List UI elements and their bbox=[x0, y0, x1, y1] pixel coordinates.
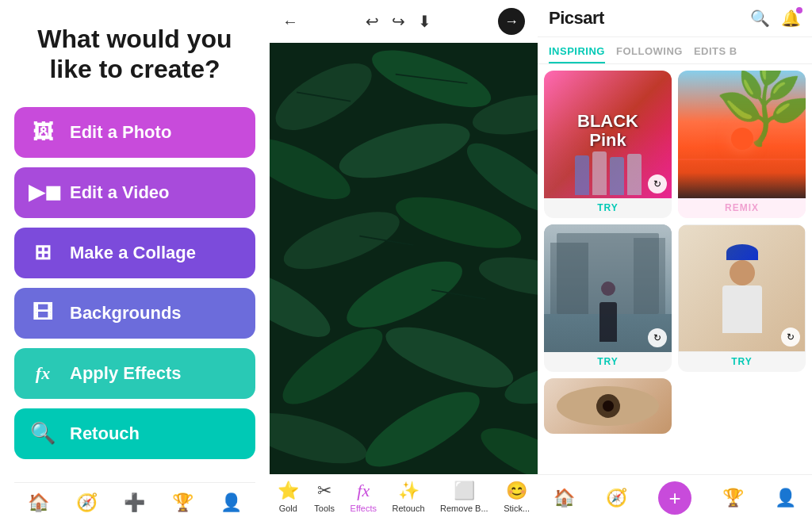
sunset-action[interactable]: REMIX bbox=[678, 198, 806, 218]
right-content: BLACK Pink ↻ TRY bbox=[538, 64, 812, 474]
card-blackpink[interactable]: BLACK Pink ↻ TRY bbox=[544, 71, 672, 218]
card-sunset-image: 🌿 bbox=[678, 71, 806, 198]
effects-icon: fx bbox=[29, 363, 57, 384]
backgrounds-button[interactable]: 🎞 Backgrounds bbox=[14, 288, 255, 339]
right-topbar: Picsart 🔍 🔔 bbox=[538, 0, 812, 37]
edit-photo-icon: 🖼 bbox=[29, 120, 57, 144]
edit-video-label: Edit a Video bbox=[70, 182, 170, 203]
card-eye[interactable] bbox=[544, 378, 672, 434]
tab-following[interactable]: FOLLOWING bbox=[616, 37, 694, 63]
remove-bg-icon: ⬜ bbox=[454, 481, 475, 501]
retouch-tool-label: Retouch bbox=[393, 504, 425, 513]
tab-inspiring[interactable]: INSPIRING bbox=[549, 37, 616, 63]
tools-icon: ✂ bbox=[317, 481, 331, 501]
right-add-button[interactable]: + bbox=[658, 481, 691, 515]
card-singer-image: ↻ bbox=[678, 224, 806, 352]
stickers-tool[interactable]: 😊 Stick... bbox=[504, 481, 530, 513]
make-collage-button[interactable]: ⊞ Make a Collage bbox=[14, 228, 255, 278]
edit-photo-label: Edit a Photo bbox=[70, 122, 171, 143]
editor-actions: ↩ ↪ ⬇ bbox=[366, 12, 431, 31]
tools-tool[interactable]: ✂ Tools bbox=[314, 481, 335, 513]
effects-tool-label: Effects bbox=[350, 504, 377, 513]
add-icon[interactable]: ➕ bbox=[124, 492, 145, 513]
tools-label: Tools bbox=[314, 504, 335, 513]
home-icon[interactable]: 🏠 bbox=[28, 492, 49, 513]
card-street[interactable]: ↻ TRY bbox=[544, 224, 672, 372]
retouch-button[interactable]: 🔍 Retouch bbox=[14, 408, 255, 459]
page-heading: What would you like to create? bbox=[14, 24, 255, 85]
card-street-image: ↻ bbox=[544, 224, 672, 352]
notification-dot bbox=[796, 7, 802, 13]
singer-remix-badge: ↻ bbox=[781, 328, 800, 347]
done-button[interactable]: → bbox=[498, 8, 525, 35]
apply-effects-button[interactable]: fx Apply Effects bbox=[14, 348, 255, 399]
stickers-label: Stick... bbox=[504, 504, 530, 513]
blackpink-remix-badge: ↻ bbox=[648, 174, 667, 193]
card-sunset[interactable]: 🌿 REMIX bbox=[678, 71, 806, 218]
effects-tool-icon: fx bbox=[357, 481, 370, 501]
effects-tool[interactable]: fx Effects bbox=[350, 481, 377, 513]
right-home-icon[interactable]: 🏠 bbox=[553, 488, 575, 508]
content-grid: BLACK Pink ↻ TRY bbox=[544, 71, 806, 434]
backgrounds-icon: 🎞 bbox=[29, 301, 57, 325]
remove-bg-label: Remove B... bbox=[440, 504, 488, 513]
edit-photo-button[interactable]: 🖼 Edit a Photo bbox=[14, 107, 255, 158]
picsart-logo: Picsart bbox=[549, 8, 604, 29]
back-icon[interactable]: ← bbox=[282, 13, 298, 31]
left-panel: What would you like to create? 🖼 Edit a … bbox=[0, 0, 270, 521]
redo-icon[interactable]: ↪ bbox=[392, 12, 405, 31]
right-trophy-icon[interactable]: 🏆 bbox=[722, 488, 744, 508]
undo-icon[interactable]: ↩ bbox=[366, 12, 379, 31]
collage-label: Make a Collage bbox=[70, 243, 196, 263]
tab-edits-b[interactable]: EDITS B bbox=[694, 37, 749, 63]
right-profile-icon[interactable]: 👤 bbox=[775, 488, 796, 508]
editor-canvas bbox=[270, 43, 538, 474]
notifications-icon[interactable]: 🔔 bbox=[781, 9, 801, 28]
right-bottom-nav: 🏠 🧭 + 🏆 👤 bbox=[538, 474, 812, 521]
svg-rect-22 bbox=[270, 43, 538, 474]
editor-topbar: ← ↩ ↪ ⬇ → bbox=[270, 0, 538, 43]
retouch-icon: 🔍 bbox=[29, 421, 57, 446]
right-topbar-actions: 🔍 🔔 bbox=[750, 9, 801, 28]
retouch-label: Retouch bbox=[70, 423, 140, 444]
blackpink-action[interactable]: TRY bbox=[544, 198, 672, 218]
gold-tool[interactable]: ⭐ Gold bbox=[278, 481, 299, 513]
trophy-icon[interactable]: 🏆 bbox=[172, 492, 193, 513]
gold-label: Gold bbox=[279, 504, 297, 513]
remove-bg-tool[interactable]: ⬜ Remove B... bbox=[440, 481, 488, 513]
card-blackpink-image: BLACK Pink ↻ bbox=[544, 71, 672, 198]
retouch-tool[interactable]: ✨ Retouch bbox=[393, 481, 425, 513]
download-icon[interactable]: ⬇ bbox=[418, 12, 431, 31]
retouch-tool-icon: ✨ bbox=[398, 481, 419, 501]
card-singer[interactable]: ↻ TRY bbox=[678, 224, 806, 372]
left-bottom-nav: 🏠 🧭 ➕ 🏆 👤 bbox=[14, 482, 255, 521]
collage-icon: ⊞ bbox=[29, 240, 57, 265]
card-eye-image bbox=[544, 378, 672, 434]
backgrounds-label: Backgrounds bbox=[70, 303, 182, 324]
singer-action[interactable]: TRY bbox=[678, 352, 806, 372]
explore-icon[interactable]: 🧭 bbox=[76, 492, 98, 513]
street-action[interactable]: TRY bbox=[544, 352, 672, 372]
edit-video-button[interactable]: ▶◼ Edit a Video bbox=[14, 167, 255, 218]
editor-toolbar: ⭐ Gold ✂ Tools fx Effects ✨ Retouch ⬜ Re… bbox=[270, 474, 538, 521]
stickers-icon: 😊 bbox=[506, 481, 527, 501]
editor-panel: ← ↩ ↪ ⬇ → bbox=[270, 0, 538, 521]
search-icon[interactable]: 🔍 bbox=[750, 9, 770, 28]
profile-icon[interactable]: 👤 bbox=[220, 492, 242, 513]
effects-label: Apply Effects bbox=[70, 363, 182, 384]
right-panel: Picsart 🔍 🔔 INSPIRING FOLLOWING EDITS B … bbox=[538, 0, 812, 521]
right-tabs: INSPIRING FOLLOWING EDITS B bbox=[538, 37, 812, 64]
street-remix-badge: ↻ bbox=[648, 328, 667, 347]
edit-video-icon: ▶◼ bbox=[29, 180, 57, 205]
gold-icon: ⭐ bbox=[278, 481, 299, 501]
right-explore-icon[interactable]: 🧭 bbox=[606, 488, 627, 508]
